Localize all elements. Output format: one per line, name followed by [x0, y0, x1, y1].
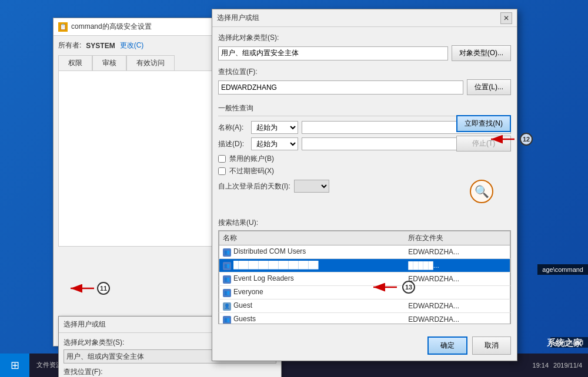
location-row: 位置(L)...: [218, 79, 511, 95]
desc-query-select[interactable]: 起始为: [251, 137, 298, 150]
path-text-1: age\command: [537, 264, 588, 275]
row-folder: █████...: [405, 259, 510, 272]
no-expiry-checkbox[interactable]: [218, 167, 226, 175]
results-label: 搜索结果(U):: [218, 218, 511, 228]
disabled-account-label: 禁用的账户(B): [229, 154, 274, 164]
taskbar-tray: 19:14 2019/11/4: [527, 362, 588, 369]
dialog-bottom-buttons: 确定 取消: [427, 336, 511, 355]
tray-date: 2019/11/4: [553, 362, 582, 369]
tray-time: 19:14: [533, 362, 549, 369]
name-query-select[interactable]: 起始为: [251, 121, 298, 134]
row-folder: EDWARDZHА...: [405, 245, 510, 259]
row-name: 👥█████████████████: [219, 259, 405, 272]
start-button[interactable]: ⊞: [0, 354, 29, 377]
row-name: 👤Guest: [219, 299, 405, 313]
tab-effective-access[interactable]: 有效访问: [126, 55, 175, 70]
annotation-13: 13: [370, 281, 415, 294]
obj-type-section-label: 选择此对象类型(S):: [218, 33, 511, 43]
obj-type-row: 对象类型(O)...: [218, 45, 511, 61]
arrow-11-svg: [68, 282, 97, 294]
name-query-label: 名称(A):: [218, 123, 248, 133]
disabled-account-row: 禁用的账户(B): [218, 154, 511, 164]
col-folder-header: 所在文件夹: [405, 231, 510, 245]
search-icon-area: 🔍: [470, 180, 493, 203]
location-label: 查找位置(F):: [64, 367, 276, 377]
days-row: 自上次登录后的天数(I):: [218, 180, 511, 193]
table-row[interactable]: 👤GuestEDWARDZHА...: [219, 299, 510, 313]
no-expiry-label: 不过期密码(X): [229, 166, 274, 176]
main-select-dialog: 选择用户或组 ✕ 选择此对象类型(S): 对象类型(O)... 查找位置(F):…: [212, 9, 517, 361]
bg-window-title: command的高级安全设置: [71, 22, 231, 32]
table-row[interactable]: 👥██████████████████████...: [219, 259, 510, 272]
location-section-label: 查找位置(F):: [218, 67, 511, 77]
arrow-13-svg: [370, 281, 400, 293]
circle-13: 13: [402, 281, 415, 294]
no-expiry-row: 不过期密码(X): [218, 166, 511, 176]
table-row[interactable]: 👥Distributed COM UsersEDWARDZHА...: [219, 245, 510, 259]
tab-permissions[interactable]: 权限: [58, 55, 92, 70]
table-row[interactable]: 👥Everyone: [219, 286, 510, 299]
days-select[interactable]: [294, 180, 329, 193]
circle-11: 11: [97, 282, 110, 295]
location-value-input: [218, 80, 463, 95]
change-owner-link[interactable]: 更改(C): [120, 41, 144, 51]
annotation-11: 11: [68, 282, 110, 295]
tab-audit[interactable]: 审核: [92, 55, 126, 70]
location-btn[interactable]: 位置(L)...: [467, 79, 511, 95]
dialog-cancel-btn[interactable]: 取消: [472, 336, 511, 355]
obj-type-btn[interactable]: 对象类型(O)...: [452, 45, 511, 61]
table-row[interactable]: 👥Event Log ReadersEDWARDZHА...: [219, 272, 510, 286]
disabled-account-checkbox[interactable]: [218, 155, 226, 163]
window-icon: 📋: [58, 22, 68, 32]
search-decoration-icon: 🔍: [470, 180, 493, 203]
days-label: 自上次登录后的天数(I):: [218, 181, 290, 191]
general-query-header: 一般性查询: [218, 101, 511, 116]
results-header-row: 名称 所在文件夹: [219, 231, 510, 245]
owner-value: SYSTEM: [86, 42, 115, 50]
row-folder: EDWARDZHА...: [405, 313, 510, 325]
main-dialog-titlebar: 选择用户或组 ✕: [212, 9, 517, 27]
row-folder: [405, 286, 510, 299]
main-dialog-title: 选择用户或组: [217, 13, 259, 23]
desc-query-label: 描述(D):: [218, 139, 248, 149]
small-dialog-title: 选择用户或组: [64, 319, 106, 329]
table-row[interactable]: 👥GuestsEDWARDZHА...: [219, 313, 510, 325]
row-name: 👥Distributed COM Users: [219, 245, 405, 259]
circle-12: 12: [520, 133, 533, 146]
search-now-btn[interactable]: 立即查找(N): [456, 115, 511, 132]
row-folder: EDWARDZHА...: [405, 299, 510, 313]
main-dialog-close-btn[interactable]: ✕: [500, 12, 512, 24]
row-name: 👥Guests: [219, 313, 405, 325]
results-scroll[interactable]: 名称 所在文件夹 👥Distributed COM UsersEDWARDZHА…: [218, 230, 511, 324]
arrow-12-svg: [488, 133, 517, 145]
main-dialog-body: 选择此对象类型(S): 对象类型(O)... 查找位置(F): 位置(L)...…: [212, 27, 517, 198]
results-table: 名称 所在文件夹 👥Distributed COM UsersEDWARDZHА…: [219, 231, 510, 324]
col-name-header: 名称: [219, 231, 405, 245]
results-section: 搜索结果(U): 名称 所在文件夹 👥Distributed COM Users…: [218, 218, 511, 331]
owner-label: 所有者:: [58, 41, 81, 51]
row-folder: EDWARDZHА...: [405, 272, 510, 286]
watermark: 系统之家: [547, 338, 582, 349]
obj-type-value-input: [218, 46, 448, 60]
dialog-ok-btn[interactable]: 确定: [427, 336, 467, 355]
annotation-12: 12: [488, 133, 533, 146]
